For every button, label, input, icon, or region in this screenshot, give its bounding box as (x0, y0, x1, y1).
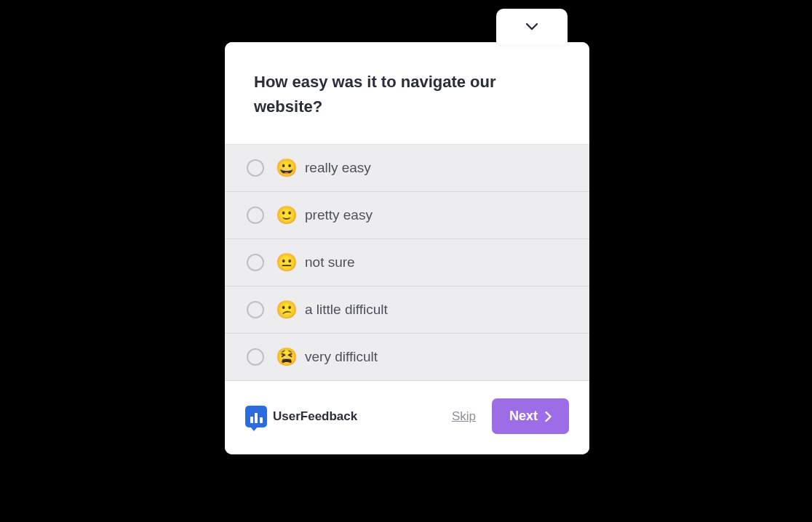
option-little-difficult[interactable]: 😕 a little difficult (225, 286, 589, 333)
brand-icon (245, 406, 267, 427)
options-list: 😀 really easy 🙂 pretty easy 😐 not sure 😕… (225, 145, 589, 381)
brand: UserFeedback (245, 406, 357, 427)
option-label: very difficult (305, 349, 378, 365)
emoji-icon: 😐 (276, 254, 298, 271)
option-label: not sure (305, 254, 355, 270)
chevron-down-icon (526, 23, 538, 31)
option-really-easy[interactable]: 😀 really easy (225, 145, 589, 191)
next-button-label: Next (509, 409, 538, 424)
radio-input[interactable] (247, 301, 264, 318)
option-label: really easy (305, 160, 371, 176)
chevron-right-icon (545, 411, 552, 422)
radio-input[interactable] (247, 159, 264, 177)
brand-label: UserFeedback (273, 409, 357, 424)
footer-actions: Skip Next (452, 398, 569, 434)
option-very-difficult[interactable]: 😫 very difficult (225, 333, 589, 381)
option-label: a little difficult (305, 302, 388, 318)
widget-footer: UserFeedback Skip Next (225, 381, 589, 454)
question-header: How easy was it to navigate our website? (225, 42, 589, 145)
emoji-icon: 😕 (276, 301, 298, 318)
feedback-widget: How easy was it to navigate our website?… (225, 42, 589, 454)
emoji-icon: 😀 (276, 159, 298, 177)
radio-input[interactable] (247, 254, 264, 271)
option-pretty-easy[interactable]: 🙂 pretty easy (225, 191, 589, 238)
collapse-tab[interactable] (496, 9, 568, 45)
radio-input[interactable] (247, 206, 264, 224)
option-label: pretty easy (305, 207, 373, 223)
option-not-sure[interactable]: 😐 not sure (225, 238, 589, 286)
skip-link[interactable]: Skip (452, 409, 476, 424)
radio-input[interactable] (247, 348, 264, 366)
emoji-icon: 😫 (276, 348, 298, 366)
emoji-icon: 🙂 (276, 206, 298, 224)
next-button[interactable]: Next (492, 398, 569, 434)
question-text: How easy was it to navigate our website? (254, 70, 560, 119)
